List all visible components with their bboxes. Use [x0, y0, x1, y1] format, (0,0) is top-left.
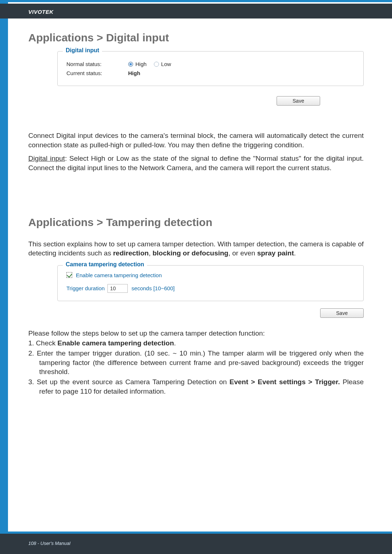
step1-a: 1. Check: [28, 339, 57, 347]
underline-digital-input: Digital input: [28, 155, 65, 162]
intro-blocking: blocking or defocusing: [152, 249, 228, 257]
step-1: 1. Check Enable camera tampering detecti…: [28, 338, 364, 348]
enable-tampering-label: Enable camera tampering detection: [76, 272, 162, 278]
steps-lead: Please follow the steps below to set up …: [28, 329, 364, 338]
suffix-trigger-duration: seconds [10~600]: [131, 285, 175, 291]
intro-sep1: ,: [149, 249, 153, 257]
step-2: 2. Enter the tamper trigger duration. (1…: [28, 349, 364, 377]
para-digital-input: Digital input: Select High or Low as the…: [28, 154, 364, 172]
radio-low[interactable]: Low: [154, 61, 171, 67]
section-title-tampering: Applications > Tampering detection: [28, 216, 364, 229]
row-trigger-duration: Trigger duration seconds [10~600]: [66, 284, 355, 293]
row-enable-tampering: Enable camera tampering detection: [66, 272, 355, 278]
digital-input-legend: Digital input: [63, 47, 102, 54]
intro-end: .: [294, 249, 296, 257]
save-button[interactable]: Save: [277, 96, 320, 106]
save-row-2: Save: [57, 308, 364, 318]
save-button-2[interactable]: Save: [320, 308, 364, 318]
radio-low-label: Low: [161, 61, 171, 67]
label-current-status: Current status:: [66, 70, 128, 76]
radio-high[interactable]: High: [128, 61, 147, 67]
radio-unselected-icon: [154, 62, 159, 67]
step1-c: .: [174, 339, 176, 347]
section-title-digital-input: Applications > Digital input: [28, 32, 364, 44]
step3-b: Event > Event settings > Trigger.: [229, 378, 340, 386]
tampering-legend: Camera tampering detection: [63, 261, 147, 268]
row-normal-status: Normal status: High Low: [66, 61, 355, 67]
enable-tampering-checkbox[interactable]: [66, 272, 72, 278]
radio-high-label: High: [135, 61, 147, 67]
label-trigger-duration: Trigger duration: [66, 285, 105, 291]
header-brand: VIVOTEK: [0, 4, 392, 19]
top-divider: [0, 0, 392, 2]
label-normal-status: Normal status:: [66, 61, 128, 67]
step-3: 3. Set up the event source as Camera Tam…: [28, 377, 364, 396]
save-row-1: Save: [57, 96, 364, 106]
para-digital-input-rest: : Select High or Low as the state of the…: [28, 155, 364, 172]
intro-sep2: , or even: [228, 249, 257, 257]
value-current-status: High: [128, 70, 140, 76]
intro-spray: spray paint: [257, 249, 294, 257]
radio-selected-icon: [128, 62, 133, 67]
step3-a: 3. Set up the event source as Camera Tam…: [28, 378, 229, 386]
row-current-status: Current status: High: [66, 70, 355, 76]
tampering-fieldset: Camera tampering detection Enable camera…: [57, 265, 364, 301]
para-connect: Connect Digital input devices to the cam…: [28, 131, 364, 149]
left-accent-stripe: [0, 0, 8, 554]
para-tamper-intro: This section explains how to set up came…: [28, 239, 364, 258]
input-trigger-duration[interactable]: [107, 284, 128, 293]
step1-b: Enable camera tampering detection: [57, 339, 174, 347]
footer-page: 108 - User's Manual: [28, 541, 70, 546]
digital-input-fieldset: Digital input Normal status: High Low Cu…: [57, 51, 364, 86]
steps-block: Please follow the steps below to set up …: [28, 329, 364, 396]
intro-redirection: redirection: [113, 249, 148, 257]
